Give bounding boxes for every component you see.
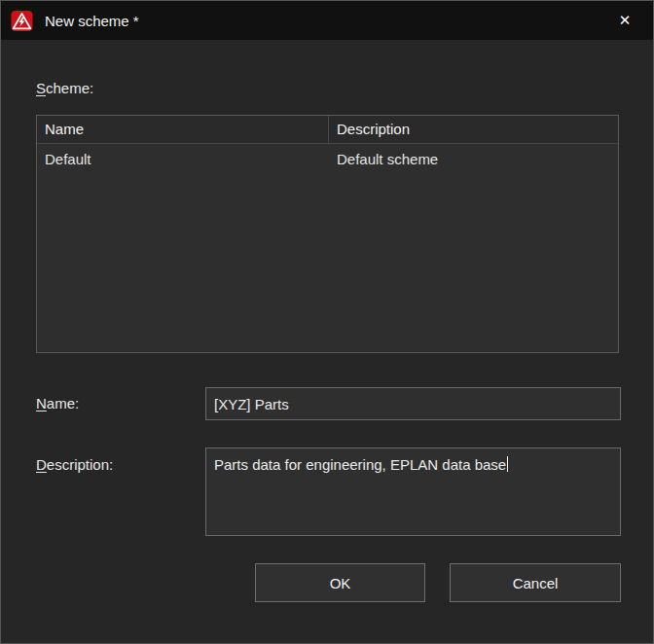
column-header-name[interactable]: Name bbox=[37, 116, 329, 143]
description-label: Description: bbox=[36, 456, 113, 473]
new-scheme-dialog: New scheme * ✕ Scheme: Name Description … bbox=[0, 0, 654, 644]
window-title: New scheme * bbox=[45, 13, 139, 29]
scheme-label: Scheme: bbox=[36, 80, 93, 96]
name-label: Name: bbox=[36, 395, 79, 411]
row-name-cell: Default bbox=[37, 144, 329, 174]
titlebar[interactable]: New scheme * ✕ bbox=[1, 1, 653, 40]
row-description-cell: Default scheme bbox=[329, 144, 618, 174]
text-caret bbox=[507, 456, 508, 472]
scheme-table-header: Name Description bbox=[37, 116, 618, 144]
table-row[interactable]: Default Default scheme bbox=[37, 144, 618, 174]
column-header-description[interactable]: Description bbox=[329, 116, 618, 143]
name-input[interactable] bbox=[205, 387, 621, 420]
close-icon[interactable]: ✕ bbox=[604, 1, 645, 40]
description-textarea[interactable]: Parts data for engineering, EPLAN data b… bbox=[205, 447, 621, 536]
eplan-logo-icon bbox=[11, 10, 33, 32]
scheme-table: Name Description Default Default scheme bbox=[36, 115, 619, 353]
cancel-button[interactable]: Cancel bbox=[450, 563, 621, 602]
ok-button[interactable]: OK bbox=[255, 563, 425, 602]
description-text: Parts data for engineering, EPLAN data b… bbox=[214, 456, 506, 473]
